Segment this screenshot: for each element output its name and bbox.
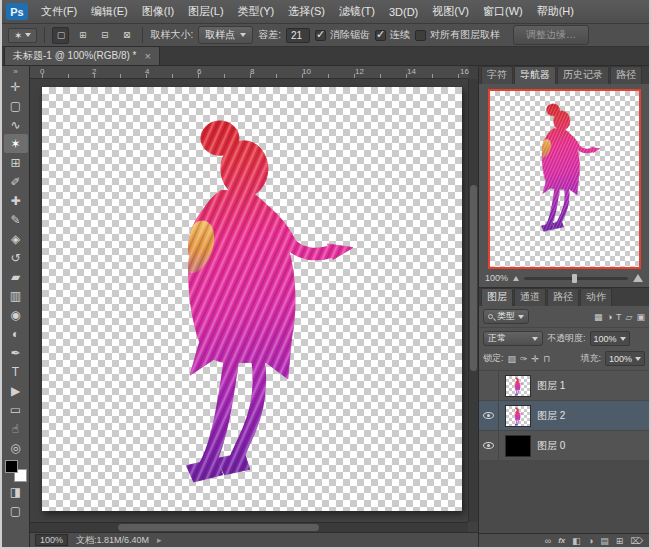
- layer-thumbnail[interactable]: [505, 375, 531, 397]
- hand-tool[interactable]: ☝: [4, 419, 28, 438]
- document-tab[interactable]: 未标题-1 @ 100%(RGB/8) * ×: [4, 46, 160, 65]
- navigator-preview[interactable]: [488, 89, 641, 269]
- menu-help[interactable]: 帮助(H): [530, 4, 581, 19]
- screen-mode-button[interactable]: ▢: [4, 501, 28, 520]
- tab-character[interactable]: 字符: [481, 66, 513, 84]
- opacity-field[interactable]: 100%: [590, 331, 630, 346]
- magic-wand-tool[interactable]: ✶: [4, 134, 28, 153]
- slider-thumb[interactable]: [572, 274, 577, 283]
- tab-channels[interactable]: 通道: [514, 288, 546, 306]
- layer-effects-icon[interactable]: fx: [558, 536, 565, 545]
- layer-row-1[interactable]: 图层 1: [479, 371, 649, 401]
- add-layer-mask-icon[interactable]: ◧: [572, 536, 581, 546]
- history-brush-tool[interactable]: ↺: [4, 248, 28, 267]
- filter-type-layers-icon[interactable]: T: [616, 312, 622, 322]
- canvas[interactable]: [42, 87, 462, 511]
- zoom-tool[interactable]: ◎: [4, 438, 28, 457]
- layer-name[interactable]: 图层 2: [537, 409, 565, 423]
- lasso-tool[interactable]: ∿: [4, 115, 28, 134]
- vertical-scrollbar[interactable]: [468, 79, 478, 522]
- layer-thumbnail[interactable]: [505, 405, 531, 427]
- menu-filter[interactable]: 滤镜(T): [332, 4, 382, 19]
- menu-view[interactable]: 视图(V): [425, 4, 476, 19]
- menu-type[interactable]: 类型(Y): [231, 4, 282, 19]
- layer-name[interactable]: 图层 0: [537, 439, 565, 453]
- shape-tool[interactable]: ▭: [4, 400, 28, 419]
- status-expand-icon[interactable]: ▸: [157, 535, 162, 545]
- filter-shape-layers-icon[interactable]: ▱: [626, 312, 633, 322]
- lock-all-icon[interactable]: ⊓: [543, 354, 550, 364]
- sample-size-dropdown[interactable]: 取样点: [198, 26, 253, 44]
- intersect-selection-button[interactable]: ⊠: [118, 27, 135, 44]
- new-layer-icon[interactable]: ⊞: [616, 536, 624, 546]
- horizontal-scrollbar-thumb[interactable]: [118, 524, 319, 531]
- marquee-tool[interactable]: ▢: [4, 96, 28, 115]
- menu-file[interactable]: 文件(F): [34, 4, 84, 19]
- new-selection-button[interactable]: ▢: [52, 27, 69, 44]
- subtract-from-selection-button[interactable]: ⊟: [96, 27, 113, 44]
- tab-actions[interactable]: 动作: [580, 288, 612, 306]
- foreground-color-swatch[interactable]: [5, 460, 18, 473]
- new-adjustment-layer-icon[interactable]: ◑: [588, 536, 593, 546]
- refine-edge-button[interactable]: 调整边缘…: [513, 25, 589, 45]
- sample-all-layers-checkbox[interactable]: [415, 30, 426, 41]
- tab-history[interactable]: 历史记录: [557, 66, 609, 84]
- navigator-zoom-value[interactable]: 100%: [485, 273, 508, 283]
- vertical-scrollbar-thumb[interactable]: [470, 185, 477, 371]
- tool-preset-picker[interactable]: ✶: [8, 28, 37, 43]
- lock-image-pixels-icon[interactable]: ✑: [520, 354, 528, 364]
- menu-edit[interactable]: 编辑(E): [84, 4, 135, 19]
- blur-tool[interactable]: ◉: [4, 305, 28, 324]
- zoom-in-icon[interactable]: [633, 274, 643, 282]
- toolbar-collapse-button[interactable]: »: [13, 67, 17, 77]
- blend-mode-dropdown[interactable]: 正常: [483, 331, 543, 346]
- fill-field[interactable]: 100%: [605, 351, 645, 366]
- lock-position-icon[interactable]: ✛: [532, 354, 540, 364]
- delete-layer-icon[interactable]: ⌦: [630, 536, 643, 546]
- gradient-tool[interactable]: ▥: [4, 286, 28, 305]
- move-tool[interactable]: ✛: [4, 77, 28, 96]
- dodge-tool[interactable]: ◐: [4, 324, 28, 343]
- type-tool[interactable]: T: [4, 362, 28, 381]
- quick-mask-button[interactable]: ◨: [4, 482, 28, 501]
- visibility-toggle[interactable]: [479, 401, 499, 430]
- zoom-level-field[interactable]: 100%: [35, 534, 68, 546]
- filter-pixel-layers-icon[interactable]: ▦: [594, 312, 603, 322]
- layer-name[interactable]: 图层 1: [537, 379, 565, 393]
- filter-smart-objects-icon[interactable]: ▣: [636, 312, 645, 322]
- pen-tool[interactable]: ✒: [4, 343, 28, 362]
- eraser-tool[interactable]: ▰: [4, 267, 28, 286]
- menu-select[interactable]: 选择(S): [281, 4, 332, 19]
- contiguous-checkbox[interactable]: [375, 30, 386, 41]
- visibility-toggle[interactable]: [479, 431, 499, 460]
- visibility-toggle[interactable]: [479, 371, 499, 400]
- crop-tool[interactable]: ⊞: [4, 153, 28, 172]
- tolerance-input[interactable]: 21: [286, 28, 310, 43]
- zoom-out-icon[interactable]: [513, 276, 519, 281]
- layer-row-0[interactable]: 图层 0: [479, 431, 649, 461]
- close-tab-icon[interactable]: ×: [145, 50, 151, 62]
- add-to-selection-button[interactable]: ⊞: [74, 27, 91, 44]
- menu-window[interactable]: 窗口(W): [476, 4, 530, 19]
- tab-navigator[interactable]: 导航器: [514, 66, 556, 84]
- lock-transparent-pixels-icon[interactable]: ▨: [508, 354, 517, 364]
- filter-adjustment-layers-icon[interactable]: ◑: [607, 312, 612, 322]
- menu-3d[interactable]: 3D(D): [382, 6, 425, 18]
- navigator-zoom-slider[interactable]: [524, 277, 628, 280]
- link-layers-icon[interactable]: ∞: [545, 536, 551, 546]
- brush-tool[interactable]: ✎: [4, 210, 28, 229]
- horizontal-scrollbar[interactable]: [30, 522, 468, 532]
- tab-paths[interactable]: 路径: [547, 288, 579, 306]
- clone-stamp-tool[interactable]: ◈: [4, 229, 28, 248]
- antialias-checkbox[interactable]: [315, 30, 326, 41]
- path-selection-tool[interactable]: ▶: [4, 381, 28, 400]
- layer-row-2[interactable]: 图层 2: [479, 401, 649, 431]
- eyedropper-tool[interactable]: ✐: [4, 172, 28, 191]
- menu-image[interactable]: 图像(I): [135, 4, 181, 19]
- layer-thumbnail[interactable]: [505, 435, 531, 457]
- menu-layer[interactable]: 图层(L): [181, 4, 230, 19]
- horizontal-ruler[interactable]: 0 2 4 6 8 10 12 14 16: [30, 66, 468, 79]
- new-group-icon[interactable]: ▤: [600, 536, 609, 546]
- tab-paths-top[interactable]: 路径: [610, 66, 642, 84]
- healing-brush-tool[interactable]: ✚: [4, 191, 28, 210]
